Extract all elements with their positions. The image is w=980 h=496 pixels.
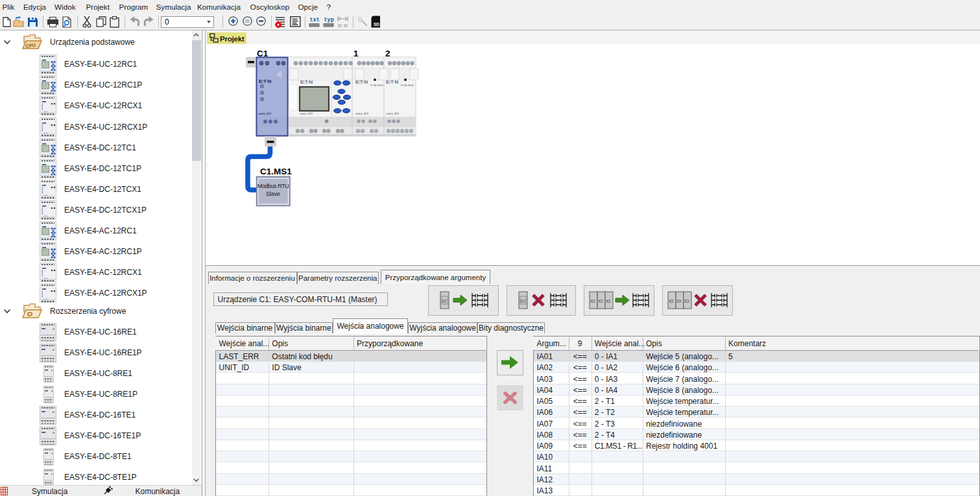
svg-text:typ: typ: [324, 17, 334, 23]
svg-text:C1.MS1: C1.MS1: [260, 167, 292, 176]
svg-text:IO: IO: [590, 299, 595, 303]
svg-text:IO: IO: [676, 299, 681, 303]
svg-text:IO: IO: [669, 299, 673, 303]
svg-text:Slave: Slave: [266, 191, 280, 197]
svg-text:POW RUN: POW RUN: [401, 84, 413, 87]
svg-text:SD: SD: [374, 22, 379, 27]
svg-text:POW RUN: POW RUN: [370, 84, 383, 87]
svg-text:E:T·N: E:T·N: [259, 78, 272, 84]
svg-text:Modbus RTU: Modbus RTU: [257, 183, 289, 189]
svg-text:txt: txt: [310, 17, 320, 23]
svg-text:E:T·N: E:T·N: [300, 79, 313, 85]
svg-text:IO: IO: [442, 299, 447, 303]
svg-text:easy-E4: easy-E4: [355, 112, 368, 115]
svg-text:easy-E4: easy-E4: [386, 112, 399, 115]
svg-text:IO: IO: [684, 299, 689, 303]
svg-text:IO: IO: [520, 299, 525, 303]
svg-text:IO: IO: [606, 299, 610, 303]
svg-text:easy-E4: easy-E4: [258, 112, 271, 115]
svg-text:E:T·N: E:T·N: [355, 79, 368, 85]
svg-text:E:T·N: E:T·N: [386, 79, 399, 85]
svg-text:easy-E4: easy-E4: [300, 112, 313, 115]
svg-text:IO: IO: [598, 299, 603, 303]
